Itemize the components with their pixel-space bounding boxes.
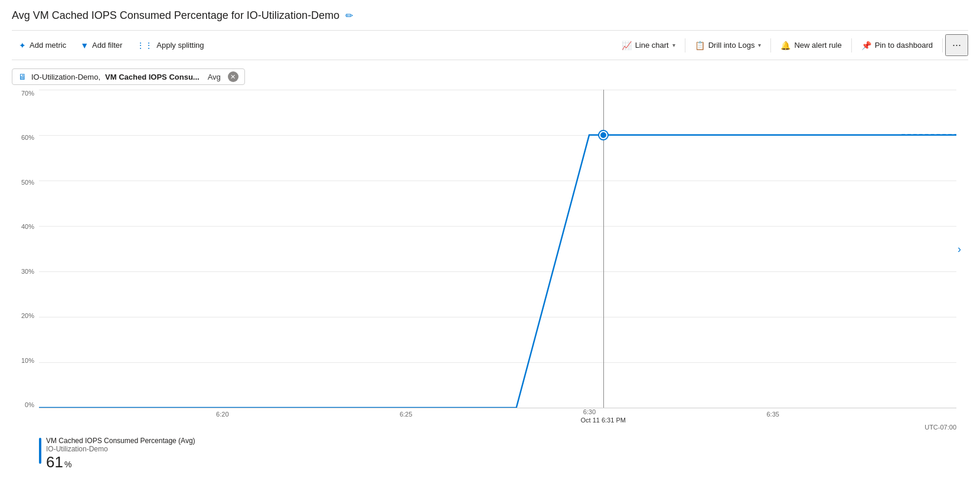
metric-pill-icon: 🖥 (18, 72, 27, 81)
legend-color-bar (39, 438, 41, 464)
add-metric-button[interactable]: ✦ Add metric (12, 37, 73, 54)
y-axis: 70% 60% 50% 40% 30% 20% 10% 0% (12, 90, 39, 408)
legend: VM Cached IOPS Consumed Percentage (Avg)… (12, 437, 968, 471)
toolbar-divider-1 (685, 38, 685, 53)
line-chart-label: Line chart (635, 41, 669, 50)
legend-text: VM Cached IOPS Consumed Percentage (Avg)… (46, 437, 195, 471)
title-row: Avg VM Cached IOPS Consumed Percentage f… (12, 9, 968, 22)
metric-pill-resource: IO-Utilization-Demo, (31, 73, 100, 81)
toolbar-divider-3 (851, 38, 852, 53)
alert-rule-icon: 🔔 (780, 41, 790, 50)
drill-into-logs-button[interactable]: 📋 Drill into Logs ▾ (688, 37, 769, 54)
x-label-620: 6:20 (216, 411, 228, 418)
chart-area: 70% 60% 50% 40% 30% 20% 10% 0% (12, 90, 968, 432)
new-alert-rule-label: New alert rule (794, 41, 841, 50)
legend-metric-name: VM Cached IOPS Consumed Percentage (Avg) (46, 437, 195, 445)
y-label-20: 20% (21, 312, 34, 319)
x-cursor-label: Oct 11 6:31 PM (580, 417, 625, 424)
add-filter-icon: ▼ (80, 41, 89, 50)
metric-pill-metric: VM Cached IOPS Consu... (105, 73, 200, 81)
add-filter-label: Add filter (92, 41, 122, 50)
apply-splitting-button[interactable]: ⋮⋮ Apply splitting (129, 37, 211, 54)
line-chart-icon: 📈 (622, 41, 632, 50)
y-label-10: 10% (21, 357, 34, 364)
toolbar-divider-2 (770, 38, 771, 53)
edit-icon[interactable]: ✏ (345, 10, 353, 21)
page-container: Avg VM Cached IOPS Consumed Percentage f… (0, 0, 980, 485)
pin-to-dashboard-button[interactable]: 📌 Pin to dashboard (854, 37, 940, 54)
legend-unit: % (64, 460, 71, 469)
pin-icon: 📌 (861, 41, 871, 50)
legend-value-row: 61 % (46, 453, 195, 471)
new-alert-rule-button[interactable]: 🔔 New alert rule (773, 37, 848, 54)
chart-container: 70% 60% 50% 40% 30% 20% 10% 0% (12, 90, 968, 432)
y-label-70: 70% (21, 90, 34, 97)
y-label-40: 40% (21, 223, 34, 230)
pin-to-dashboard-label: Pin to dashboard (875, 41, 933, 50)
add-filter-button[interactable]: ▼ Add filter (73, 37, 129, 54)
y-label-50: 50% (21, 179, 34, 186)
x-label-630: 6:30 (583, 408, 596, 415)
drill-logs-dropdown-icon: ▾ (758, 42, 761, 48)
y-label-0: 0% (25, 401, 34, 408)
more-options-button[interactable]: ··· (945, 34, 968, 56)
apply-splitting-label: Apply splitting (156, 41, 204, 50)
toolbar-left: ✦ Add metric ▼ Add filter ⋮⋮ Apply split… (12, 37, 211, 54)
expand-chart-button[interactable]: › (958, 242, 961, 255)
metric-pill: 🖥 IO-Utilization-Demo, VM Cached IOPS Co… (12, 68, 245, 85)
metric-pill-close-button[interactable]: ✕ (228, 71, 239, 82)
x-label-625: 6:25 (400, 411, 412, 418)
utc-label: UTC-07:00 (925, 424, 956, 431)
legend-resource: IO-Utilization-Demo (46, 445, 195, 453)
x-axis: 6:20 6:25 6:30 Oct 11 6:31 PM 6:35 UTC-0… (39, 408, 956, 432)
metric-row: 🖥 IO-Utilization-Demo, VM Cached IOPS Co… (12, 68, 968, 85)
line-chart-button[interactable]: 📈 Line chart ▾ (615, 37, 682, 54)
legend-value: 61 (46, 453, 63, 471)
data-dot (599, 131, 607, 139)
toolbar-divider-4 (942, 38, 943, 53)
drill-into-logs-label: Drill into Logs (708, 41, 755, 50)
chart-line (39, 135, 956, 408)
toolbar: ✦ Add metric ▼ Add filter ⋮⋮ Apply split… (12, 30, 968, 60)
add-metric-icon: ✦ (19, 41, 26, 50)
x-label-635: 6:35 (766, 411, 779, 418)
line-chart-dropdown-icon: ▾ (672, 42, 675, 48)
metric-pill-aggregation: Avg (208, 73, 221, 81)
chart-plot: › (39, 90, 956, 408)
y-label-30: 30% (21, 268, 34, 275)
legend-item: VM Cached IOPS Consumed Percentage (Avg)… (39, 437, 968, 471)
y-label-60: 60% (21, 134, 34, 141)
chart-svg (39, 90, 956, 408)
drill-logs-icon: 📋 (695, 41, 705, 50)
page-title: Avg VM Cached IOPS Consumed Percentage f… (12, 9, 339, 22)
apply-splitting-icon: ⋮⋮ (136, 41, 153, 50)
toolbar-right: 📈 Line chart ▾ 📋 Drill into Logs ▾ 🔔 New… (615, 34, 968, 56)
add-metric-label: Add metric (30, 41, 66, 50)
